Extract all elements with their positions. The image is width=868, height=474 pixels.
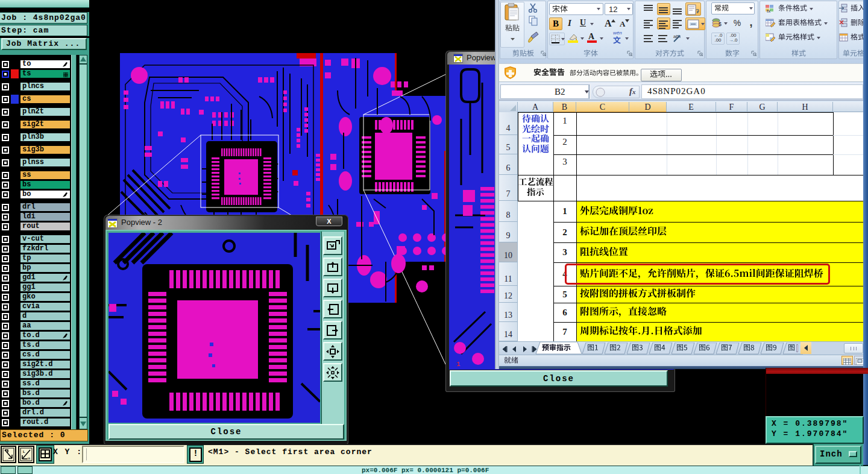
svg-text:$: $ (719, 21, 722, 27)
svg-text:ab: ab (673, 34, 679, 39)
svg-text:ok: ok (27, 457, 31, 460)
svg-text:fx: fx (767, 8, 770, 13)
svg-text:1: 1 (456, 361, 461, 368)
svg-text:L: L (23, 450, 25, 453)
